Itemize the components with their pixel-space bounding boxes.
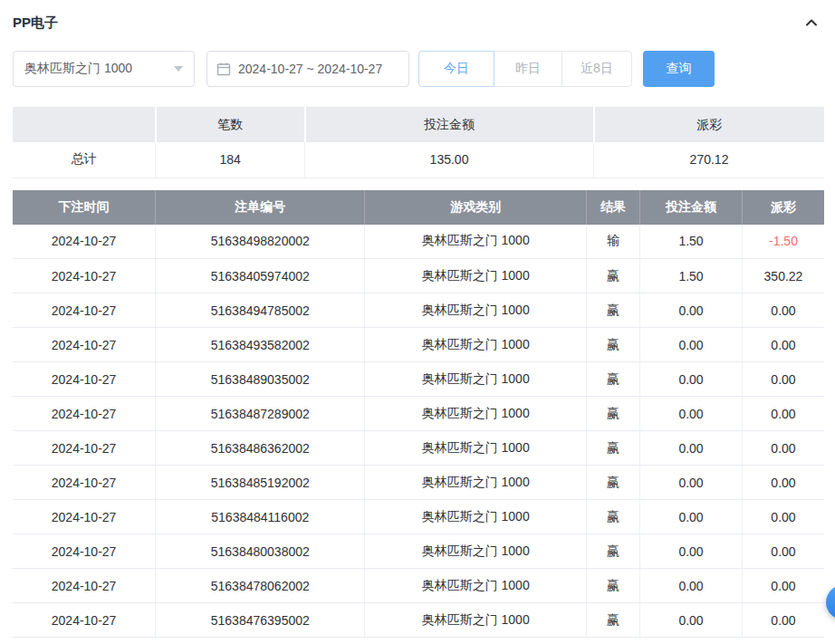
bet-amount-cell: 0.00 (640, 603, 743, 638)
bet-amount-cell: 0.00 (640, 569, 743, 603)
bet-time-cell: 2024-10-27 (13, 500, 156, 534)
bet-amount-cell: 1.50 (640, 225, 743, 259)
bet-table-body: 2024-10-27 51638498820002 奥林匹斯之门 1000 输 … (13, 225, 824, 638)
bet-time-cell: 2024-10-27 (13, 397, 156, 431)
game-select-value: 奥林匹斯之门 1000 (24, 61, 132, 77)
summary-total-row: 总计 184 135.00 270.12 (13, 142, 824, 178)
result-cell: 赢 (586, 328, 639, 362)
bet-time-cell: 2024-10-27 (13, 603, 156, 638)
payout-cell: 0.00 (742, 431, 824, 466)
summary-header-count: 笔数 (156, 107, 305, 142)
bet-time-cell: 2024-10-27 (13, 534, 156, 569)
bet-amount-cell: 0.00 (640, 534, 743, 569)
bet-id-cell: 51638480038002 (156, 534, 365, 569)
panel-header: PP电子 (13, 13, 824, 33)
table-row: 2024-10-27 51638487289002 奥林匹斯之门 1000 赢 … (13, 397, 824, 431)
summary-total-count: 184 (156, 142, 305, 178)
payout-cell: 0.00 (742, 500, 824, 534)
quick-button-yesterday[interactable]: 昨日 (494, 51, 562, 87)
result-cell: 输 (586, 225, 639, 259)
collapse-chevron-up-icon[interactable] (804, 15, 824, 30)
game-type-cell: 奥林匹斯之门 1000 (365, 569, 587, 603)
quick-button-today[interactable]: 今日 (418, 51, 494, 87)
game-type-cell: 奥林匹斯之门 1000 (365, 225, 587, 259)
bet-time-cell: 2024-10-27 (13, 431, 156, 466)
bet-amount-cell: 0.00 (640, 466, 743, 500)
result-cell: 赢 (586, 293, 639, 328)
result-cell: 赢 (586, 466, 639, 500)
result-cell: 赢 (586, 431, 639, 466)
bet-table-header-row: 下注时间 注单编号 游戏类别 结果 投注金额 派彩 (13, 190, 824, 225)
game-type-cell: 奥林匹斯之门 1000 (365, 293, 587, 328)
payout-cell: 0.00 (742, 603, 824, 638)
bet-id-cell: 51638498820002 (156, 225, 365, 259)
bet-time-cell: 2024-10-27 (13, 569, 156, 603)
table-row: 2024-10-27 51638480038002 奥林匹斯之门 1000 赢 … (13, 534, 824, 569)
pp-games-panel: PP电子 奥林匹斯之门 1000 2024-10-27 ~ 2024-10-27… (0, 0, 835, 638)
chevron-down-icon (174, 66, 183, 72)
table-row: 2024-10-27 51638484116002 奥林匹斯之门 1000 赢 … (13, 500, 824, 534)
bet-id-cell: 51638476395002 (156, 603, 365, 638)
bet-id-cell: 51638484116002 (156, 500, 365, 534)
result-cell: 赢 (586, 362, 639, 397)
bet-time-cell: 2024-10-27 (13, 328, 156, 362)
summary-total-payout: 270.12 (594, 142, 824, 178)
payout-cell: 0.00 (742, 466, 824, 500)
bet-amount-cell: 0.00 (640, 328, 743, 362)
bet-id-cell: 51638494785002 (156, 293, 365, 328)
game-type-cell: 奥林匹斯之门 1000 (365, 362, 587, 397)
bet-records-table: 下注时间 注单编号 游戏类别 结果 投注金额 派彩 2024-10-27 516… (13, 190, 824, 639)
bet-id-cell: 51638486362002 (156, 431, 365, 466)
date-range-value: 2024-10-27 ~ 2024-10-27 (238, 62, 382, 76)
summary-header-payout: 派彩 (594, 107, 824, 142)
table-row: 2024-10-27 51638405974002 奥林匹斯之门 1000 赢 … (13, 259, 824, 293)
quick-range-button-group: 今日 昨日 近8日 (418, 51, 632, 87)
bet-id-cell: 51638405974002 (156, 259, 365, 293)
summary-header-row: 笔数 投注金额 派彩 (13, 107, 824, 142)
game-type-cell: 奥林匹斯之门 1000 (365, 534, 587, 569)
bet-time-cell: 2024-10-27 (13, 259, 156, 293)
game-type-cell: 奥林匹斯之门 1000 (365, 397, 587, 431)
bet-amount-cell: 0.00 (640, 500, 743, 534)
payout-cell: 0.00 (742, 362, 824, 397)
summary-total-bet-amount: 135.00 (305, 142, 594, 178)
payout-cell: 0.00 (742, 328, 824, 362)
quick-button-last-8-days[interactable]: 近8日 (561, 51, 632, 87)
payout-cell: -1.50 (742, 225, 824, 259)
table-row: 2024-10-27 51638489035002 奥林匹斯之门 1000 赢 … (13, 362, 824, 397)
game-type-cell: 奥林匹斯之门 1000 (365, 259, 587, 293)
bet-id-cell: 51638478062002 (156, 569, 365, 603)
filter-row: 奥林匹斯之门 1000 2024-10-27 ~ 2024-10-27 今日 昨… (13, 51, 824, 87)
payout-cell: 0.00 (742, 569, 824, 603)
game-select[interactable]: 奥林匹斯之门 1000 (13, 51, 195, 87)
result-cell: 赢 (586, 603, 639, 638)
summary-total-label: 总计 (13, 142, 156, 178)
bet-amount-cell: 0.00 (640, 431, 743, 466)
bet-id-cell: 51638493582002 (156, 328, 365, 362)
table-row: 2024-10-27 51638498820002 奥林匹斯之门 1000 输 … (13, 225, 824, 259)
bet-id-cell: 51638489035002 (156, 362, 365, 397)
bet-id-cell: 51638485192002 (156, 466, 365, 500)
header-result: 结果 (586, 190, 639, 225)
payout-cell: 0.00 (742, 397, 824, 431)
summary-table: 笔数 投注金额 派彩 总计 184 135.00 270.12 (13, 107, 824, 178)
table-row: 2024-10-27 51638493582002 奥林匹斯之门 1000 赢 … (13, 328, 824, 362)
table-row: 2024-10-27 51638476395002 奥林匹斯之门 1000 赢 … (13, 603, 824, 638)
bet-time-cell: 2024-10-27 (13, 225, 156, 259)
header-bet-id: 注单编号 (156, 190, 365, 225)
table-row: 2024-10-27 51638494785002 奥林匹斯之门 1000 赢 … (13, 293, 824, 328)
bet-time-cell: 2024-10-27 (13, 293, 156, 328)
date-range-picker[interactable]: 2024-10-27 ~ 2024-10-27 (206, 51, 409, 87)
result-cell: 赢 (586, 534, 639, 569)
bet-time-cell: 2024-10-27 (13, 362, 156, 397)
summary-header-bet-amount: 投注金额 (305, 107, 594, 142)
table-row: 2024-10-27 51638485192002 奥林匹斯之门 1000 赢 … (13, 466, 824, 500)
header-bet-amount: 投注金额 (640, 190, 743, 225)
payout-cell: 0.00 (742, 293, 824, 328)
bet-amount-cell: 0.00 (640, 362, 743, 397)
payout-cell: 0.00 (742, 534, 824, 569)
search-button[interactable]: 查询 (643, 51, 715, 87)
bet-id-cell: 51638487289002 (156, 397, 365, 431)
game-type-cell: 奥林匹斯之门 1000 (365, 500, 587, 534)
header-game-type: 游戏类别 (365, 190, 587, 225)
